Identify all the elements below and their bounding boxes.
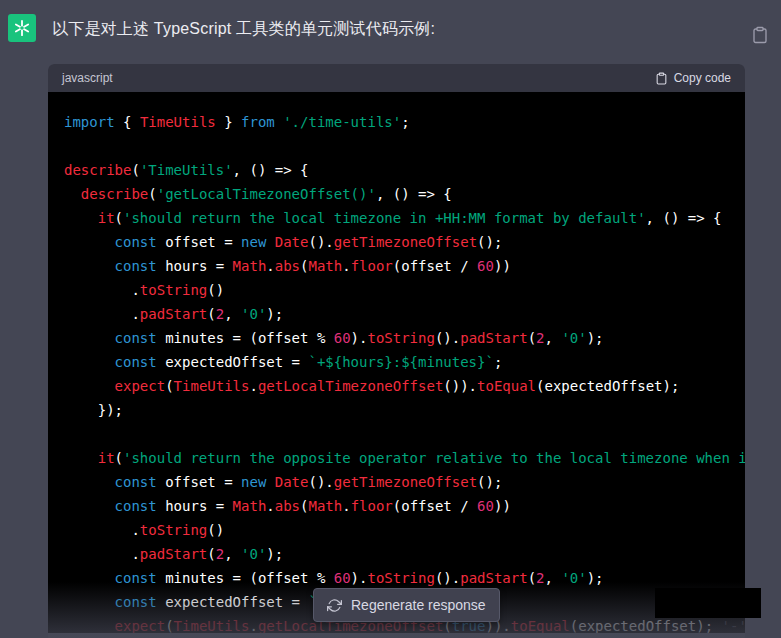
code-line: describe('TimeUtils', () => { [64,158,729,182]
code-line: const minutes = (offset % 60).toString()… [64,566,729,590]
code-line: import { TimeUtils } from './time-utils'… [64,110,729,134]
code-line: .padStart(2, '0'); [64,542,729,566]
code-block-header: javascript Copy code [48,64,745,92]
code-line: describe('getLocalTimezoneOffset()', () … [64,182,729,206]
code-horizontal-scrollbar[interactable] [48,633,745,638]
code-line: it('should return the local timezone in … [64,206,729,230]
assistant-avatar [8,14,36,42]
code-line: .toString() [64,518,729,542]
clipboard-icon [751,24,769,46]
code-line: }); [64,398,729,422]
code-block: javascript Copy code import { TimeUtils … [48,64,745,634]
code-line [64,134,729,158]
clipboard-icon [655,71,668,86]
code-line: const hours = Math.abs(Math.floor(offset… [64,254,729,278]
copy-code-label: Copy code [674,71,731,85]
code-line: expect(TimeUtils.getLocalTimezoneOffset(… [64,374,729,398]
code-line: .toString() [64,278,729,302]
copy-message-button[interactable] [751,24,769,46]
openai-logo-icon [13,19,31,37]
code-line: it('should return the opposite operator … [64,446,729,470]
code-line: const offset = new Date().getTimezoneOff… [64,230,729,254]
code-line: const expectedOffset = `+${hours}:${minu… [64,350,729,374]
copy-code-button[interactable]: Copy code [655,71,731,86]
black-overlay-box [655,588,761,618]
code-body: import { TimeUtils } from './time-utils'… [48,92,745,634]
regenerate-label: Regenerate response [351,597,486,613]
message-text: 以下是对上述 TypeScript 工具类的单元测试代码示例: [52,19,435,40]
code-line: .padStart(2, '0'); [64,302,729,326]
code-line: const minutes = (offset % 60).toString()… [64,326,729,350]
refresh-icon [327,598,342,613]
code-line: const hours = Math.abs(Math.floor(offset… [64,494,729,518]
code-line [64,422,729,446]
code-line: const offset = new Date().getTimezoneOff… [64,470,729,494]
regenerate-response-button[interactable]: Regenerate response [313,588,500,622]
code-content: import { TimeUtils } from './time-utils'… [64,110,729,634]
language-label: javascript [62,71,113,85]
